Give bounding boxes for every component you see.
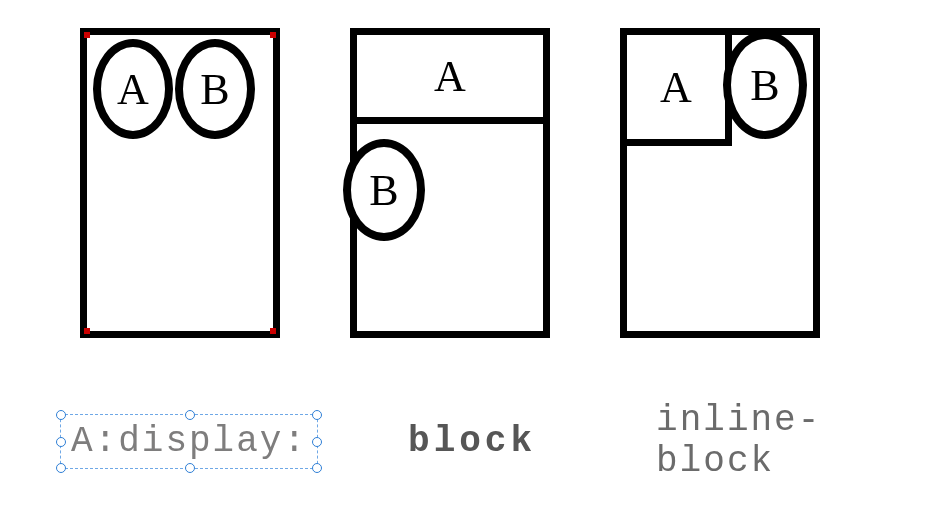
selection-dot	[84, 32, 90, 38]
diagram-stage: A B A B A B A:display:	[0, 0, 937, 531]
element-a-ellipse: A	[93, 39, 173, 139]
selection-handle[interactable]	[312, 463, 322, 473]
label-b: B	[200, 64, 229, 115]
selection-handle[interactable]	[56, 410, 66, 420]
element-b-ellipse: B	[723, 31, 807, 139]
label-a: A	[660, 62, 692, 113]
label-b: B	[750, 60, 779, 111]
selection-handle[interactable]	[56, 463, 66, 473]
label-a: A	[434, 51, 466, 102]
caption-a-display-selected[interactable]: A:display:	[60, 414, 318, 469]
selection-dot	[270, 32, 276, 38]
caption-block: block	[408, 421, 536, 462]
demo-box-inline: A B	[80, 28, 280, 338]
boxes-row: A B A B A B	[80, 28, 820, 338]
element-a-block: A	[357, 35, 543, 124]
label-a: A	[117, 64, 149, 115]
selection-handle[interactable]	[185, 410, 195, 420]
selection-handle[interactable]	[312, 410, 322, 420]
element-b-ellipse: B	[343, 139, 425, 241]
demo-box-inline-block: A B	[620, 28, 820, 338]
captions-row: A:display: block inline-block	[60, 400, 920, 482]
element-a-inline-block: A	[620, 28, 732, 146]
caption-a-display: A:display:	[71, 421, 307, 462]
selection-dot	[270, 328, 276, 334]
selection-handle[interactable]	[312, 437, 322, 447]
label-b: B	[369, 165, 398, 216]
caption-inline-block: inline-block	[656, 400, 920, 482]
element-b-ellipse: B	[175, 39, 255, 139]
selection-handle[interactable]	[185, 463, 195, 473]
selection-handle[interactable]	[56, 437, 66, 447]
demo-box-block: A B	[350, 28, 550, 338]
selection-dot	[84, 328, 90, 334]
